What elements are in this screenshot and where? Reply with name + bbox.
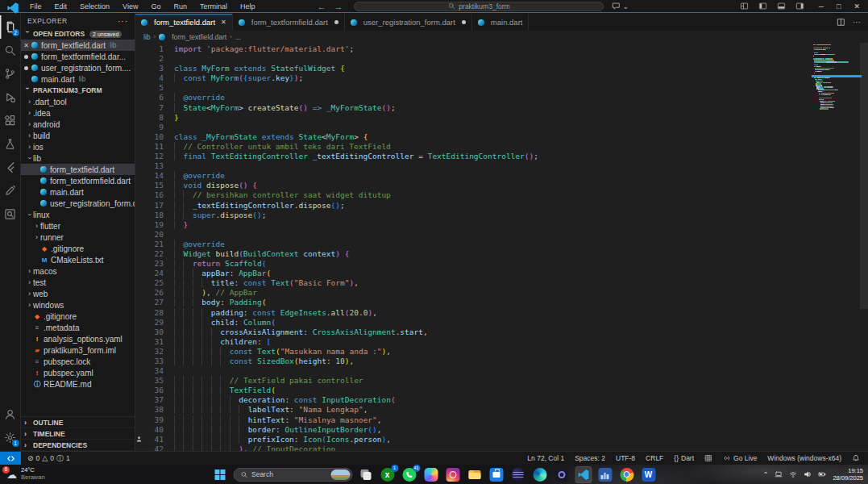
taskbar-app-instagram[interactable]	[444, 466, 461, 483]
file-item[interactable]: main.dart	[21, 186, 135, 198]
editor-tab[interactable]: main.dart	[472, 14, 530, 31]
close-icon[interactable]: ✕	[221, 19, 226, 26]
breadcrumb-item[interactable]: ...	[235, 33, 241, 41]
file-item[interactable]: !analysis_options.yaml	[21, 333, 135, 344]
folder-item[interactable]: ›build	[21, 130, 135, 141]
minimap[interactable]	[813, 44, 860, 110]
section-dependencies[interactable]: ›DEPENDENCIES	[21, 440, 135, 451]
battery-icon[interactable]	[818, 470, 826, 478]
file-item[interactable]: ⓘREADME.md	[21, 378, 135, 390]
status-bell[interactable]	[852, 454, 860, 462]
file-item[interactable]: ≡pubspec.lock	[21, 356, 135, 367]
breadcrumb-item[interactable]: lib	[143, 33, 151, 41]
folder-item[interactable]: ›web	[21, 288, 135, 299]
taskbar-app-copilot[interactable]	[422, 466, 439, 483]
folder-item[interactable]: ›test	[21, 277, 135, 288]
editor-tab[interactable]: form_textfield.dart✕	[135, 14, 233, 31]
wifi-icon[interactable]	[789, 470, 797, 478]
modified-dot[interactable]	[21, 66, 31, 70]
status-crlf[interactable]: CRLF	[646, 454, 663, 462]
close-icon[interactable]: ✕	[21, 42, 31, 49]
activity-testing-icon[interactable]	[0, 132, 21, 156]
editor-tab[interactable]: form_textformfield.dart	[233, 14, 345, 31]
taskbar-app-media-app[interactable]	[553, 466, 570, 483]
menu-terminal[interactable]: Terminal	[194, 2, 233, 11]
customize-layout-icon[interactable]	[740, 2, 749, 10]
volume-icon[interactable]	[804, 470, 812, 478]
taskbar-app-microsoft-store[interactable]	[488, 466, 505, 483]
status-ln-72-col-1[interactable]: Ln 72, Col 1	[527, 454, 564, 462]
activity-source-control-icon[interactable]	[0, 62, 21, 86]
touchpad-icon[interactable]	[775, 470, 783, 478]
menu-help[interactable]: Help	[235, 2, 261, 11]
menu-edit[interactable]: Edit	[49, 2, 73, 11]
taskbar-app-whatsapp[interactable]: 41	[401, 466, 417, 483]
taskbar-search[interactable]: Search	[233, 468, 352, 482]
weather-widget[interactable]: ☁6 24°C Berawan	[6, 467, 45, 481]
menu-run[interactable]: Run	[168, 2, 193, 11]
forward-icon[interactable]: →	[334, 2, 343, 11]
remote-indicator[interactable]	[0, 452, 21, 465]
file-item[interactable]: ▰praktikum3_form.iml	[21, 344, 135, 356]
menu-view[interactable]: View	[117, 2, 143, 11]
folder-item[interactable]: ›.dart_tool	[21, 96, 135, 107]
file-item[interactable]: user_registration_form.dart	[21, 198, 135, 209]
taskbar-app-word[interactable]: W	[640, 466, 657, 483]
open-editor-item[interactable]: main.dartlib	[21, 73, 135, 85]
hidden-icons-chevron-icon[interactable]: ⌃	[763, 471, 769, 478]
activity-flutter-icon[interactable]	[0, 156, 21, 179]
copilot-menu[interactable]: ⌄	[612, 2, 629, 10]
toggle-secondary-sidebar-icon[interactable]	[795, 2, 804, 10]
status-spaces-2[interactable]: Spaces: 2	[575, 454, 605, 462]
folder-item[interactable]: ›ios	[21, 141, 135, 152]
menu-selection[interactable]: Selection	[74, 2, 115, 11]
file-item[interactable]: form_textformfield.dart	[21, 175, 135, 186]
taskbar-app-task-manager[interactable]	[596, 466, 613, 483]
close-button[interactable]: ✕	[853, 2, 860, 10]
file-item[interactable]: ◆.gitignore	[21, 311, 135, 322]
taskbar-app-chrome[interactable]	[618, 466, 635, 483]
status-dart[interactable]: {}Dart	[674, 454, 694, 462]
back-icon[interactable]: ←	[317, 2, 326, 11]
taskbar-app-eclipse[interactable]	[509, 466, 526, 483]
modified-dot[interactable]	[21, 55, 31, 59]
status-go-live[interactable]: Go Live	[723, 454, 757, 462]
code-area[interactable]: 1import 'package:flutter/material.dart';…	[135, 43, 868, 451]
maximize-button[interactable]: □	[837, 2, 841, 10]
file-item[interactable]: form_textfield.dart	[21, 164, 135, 175]
section-outline[interactable]: ›OUTLINE	[21, 417, 135, 428]
more-actions-icon[interactable]: ···	[118, 17, 128, 26]
activity-search-editor-icon[interactable]	[0, 202, 21, 226]
file-item[interactable]: ≡.metadata	[21, 322, 135, 333]
menu-file[interactable]: File	[24, 2, 48, 11]
taskbar-app-vscode[interactable]	[575, 466, 592, 483]
status-utf-8[interactable]: UTF-8	[616, 454, 635, 462]
folder-item[interactable]: ›macos	[21, 265, 135, 277]
breadcrumb[interactable]: lib›form_textfield.dart›...	[135, 31, 868, 43]
more-actions-icon[interactable]: ···	[853, 18, 861, 27]
activity-account-icon[interactable]	[0, 403, 21, 426]
status-grid[interactable]	[704, 454, 712, 462]
start-button[interactable]	[211, 466, 228, 483]
clock[interactable]: 19:15 28/09/2025	[833, 467, 863, 482]
activity-settings-gear-icon[interactable]: 1	[0, 426, 21, 449]
command-center-search[interactable]: praktikum3_form	[354, 2, 604, 11]
folder-item[interactable]: ›linux	[21, 209, 135, 220]
folder-item[interactable]: ›windows	[21, 299, 135, 311]
toggle-panel-icon[interactable]	[777, 2, 786, 10]
taskbar-app-task-view[interactable]	[357, 466, 374, 483]
folder-item[interactable]: ›android	[21, 119, 135, 130]
taskbar-app-xbox[interactable]: x1	[379, 466, 396, 483]
file-item[interactable]: ◆.gitignore	[21, 243, 135, 254]
open-editor-item[interactable]: user_registration_form....	[21, 62, 135, 73]
project-header[interactable]: › PRAKTIKUM3_FORM	[21, 85, 135, 96]
activity-extensions-icon[interactable]	[0, 109, 21, 132]
file-item[interactable]: !pubspec.yaml	[21, 367, 135, 378]
activity-files-icon[interactable]: 2	[0, 15, 21, 39]
section-timeline[interactable]: ›TIMELINE	[21, 428, 135, 440]
activity-run-debug-icon[interactable]	[0, 86, 21, 109]
folder-item[interactable]: ›lib	[21, 152, 135, 164]
open-editor-item[interactable]: ✕form_textfield.dartlib	[21, 40, 135, 51]
breadcrumb-item[interactable]: form_textfield.dart	[172, 33, 226, 41]
activity-search-icon[interactable]	[0, 39, 21, 62]
